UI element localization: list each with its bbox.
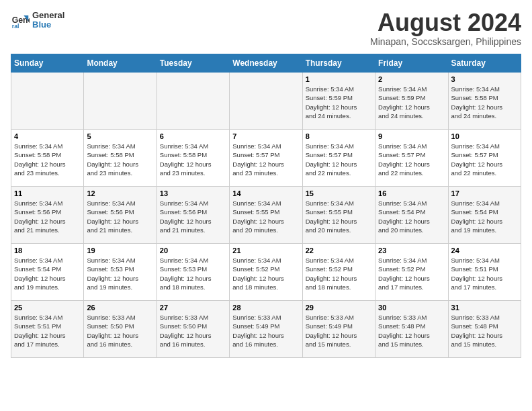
day-info: Sunrise: 5:33 AM Sunset: 5:50 PM Dayligh…: [160, 313, 226, 349]
day-number: 4: [14, 132, 81, 140]
day-number: 27: [160, 304, 226, 312]
calendar-cell: 29Sunrise: 5:33 AM Sunset: 5:49 PM Dayli…: [302, 301, 375, 358]
logo-line1: General: [32, 11, 64, 20]
header-cell-thursday: Thursday: [302, 54, 375, 73]
day-info: Sunrise: 5:34 AM Sunset: 5:53 PM Dayligh…: [87, 256, 153, 291]
day-number: 30: [378, 304, 445, 312]
day-number: 6: [160, 132, 226, 140]
calendar-cell: 10Sunrise: 5:34 AM Sunset: 5:57 PM Dayli…: [448, 130, 521, 187]
day-info: Sunrise: 5:34 AM Sunset: 5:56 PM Dayligh…: [160, 199, 226, 234]
header-cell-friday: Friday: [375, 54, 448, 73]
day-number: 28: [232, 304, 299, 312]
month-title: August 2024: [370, 11, 521, 35]
logo-line2: Blue: [32, 20, 64, 30]
day-info: Sunrise: 5:33 AM Sunset: 5:49 PM Dayligh…: [306, 313, 372, 349]
calendar-cell: 11Sunrise: 5:34 AM Sunset: 5:56 PM Dayli…: [11, 187, 84, 244]
day-info: Sunrise: 5:33 AM Sunset: 5:50 PM Dayligh…: [87, 313, 153, 349]
calendar-cell: 3Sunrise: 5:34 AM Sunset: 5:58 PM Daylig…: [448, 73, 521, 130]
calendar-cell: 16Sunrise: 5:34 AM Sunset: 5:54 PM Dayli…: [375, 187, 448, 244]
calendar-week-3: 11Sunrise: 5:34 AM Sunset: 5:56 PM Dayli…: [11, 187, 521, 244]
calendar-cell: 12Sunrise: 5:34 AM Sunset: 5:56 PM Dayli…: [84, 187, 157, 244]
day-number: 23: [378, 246, 445, 255]
calendar-cell: 8Sunrise: 5:34 AM Sunset: 5:57 PM Daylig…: [302, 130, 375, 187]
day-number: 26: [87, 304, 153, 312]
day-number: 25: [14, 304, 81, 312]
day-number: 17: [451, 189, 518, 197]
calendar-cell: 17Sunrise: 5:34 AM Sunset: 5:54 PM Dayli…: [448, 187, 521, 244]
day-info: Sunrise: 5:33 AM Sunset: 5:48 PM Dayligh…: [451, 313, 518, 349]
day-number: 2: [378, 75, 445, 83]
day-number: 10: [451, 132, 518, 140]
day-info: Sunrise: 5:33 AM Sunset: 5:49 PM Dayligh…: [232, 313, 299, 349]
title-block: August 2024 Minapan, Soccsksargen, Phili…: [370, 11, 521, 47]
day-number: 31: [451, 304, 518, 312]
day-number: 1: [306, 75, 372, 83]
calendar-cell: 28Sunrise: 5:33 AM Sunset: 5:49 PM Dayli…: [230, 301, 302, 358]
day-info: Sunrise: 5:34 AM Sunset: 5:52 PM Dayligh…: [306, 256, 372, 291]
calendar-cell: [230, 73, 302, 130]
calendar-cell: 20Sunrise: 5:34 AM Sunset: 5:53 PM Dayli…: [157, 244, 229, 301]
day-info: Sunrise: 5:34 AM Sunset: 5:57 PM Dayligh…: [306, 142, 372, 177]
day-number: 14: [232, 189, 299, 197]
day-number: 13: [160, 189, 226, 197]
calendar-cell: 25Sunrise: 5:34 AM Sunset: 5:51 PM Dayli…: [11, 301, 84, 358]
calendar-cell: 9Sunrise: 5:34 AM Sunset: 5:57 PM Daylig…: [375, 130, 448, 187]
calendar-cell: 18Sunrise: 5:34 AM Sunset: 5:54 PM Dayli…: [11, 244, 84, 301]
day-number: 7: [232, 132, 299, 140]
day-number: 22: [306, 246, 372, 255]
day-info: Sunrise: 5:34 AM Sunset: 5:58 PM Dayligh…: [160, 142, 226, 177]
calendar-cell: 24Sunrise: 5:34 AM Sunset: 5:51 PM Dayli…: [448, 244, 521, 301]
calendar-cell: 14Sunrise: 5:34 AM Sunset: 5:55 PM Dayli…: [230, 187, 302, 244]
calendar-cell: 2Sunrise: 5:34 AM Sunset: 5:59 PM Daylig…: [375, 73, 448, 130]
calendar-table: SundayMondayTuesdayWednesdayThursdayFrid…: [11, 54, 521, 358]
day-info: Sunrise: 5:34 AM Sunset: 5:56 PM Dayligh…: [14, 199, 81, 234]
day-number: 5: [87, 132, 153, 140]
header-cell-tuesday: Tuesday: [157, 54, 229, 73]
day-info: Sunrise: 5:34 AM Sunset: 5:51 PM Dayligh…: [14, 313, 81, 349]
day-info: Sunrise: 5:34 AM Sunset: 5:58 PM Dayligh…: [451, 85, 518, 120]
day-info: Sunrise: 5:34 AM Sunset: 5:51 PM Dayligh…: [451, 256, 518, 291]
calendar-cell: 1Sunrise: 5:34 AM Sunset: 5:59 PM Daylig…: [302, 73, 375, 130]
day-number: 15: [306, 189, 372, 197]
day-info: Sunrise: 5:34 AM Sunset: 5:54 PM Dayligh…: [451, 199, 518, 234]
calendar-cell: [11, 73, 84, 130]
page-header: Gene ral General Blue August 2024 Minapa…: [11, 11, 521, 47]
day-number: 21: [232, 246, 299, 255]
header-cell-monday: Monday: [84, 54, 157, 73]
header-cell-wednesday: Wednesday: [230, 54, 302, 73]
day-number: 18: [14, 246, 81, 255]
calendar-header: SundayMondayTuesdayWednesdayThursdayFrid…: [11, 54, 521, 73]
calendar-cell: 13Sunrise: 5:34 AM Sunset: 5:56 PM Dayli…: [157, 187, 229, 244]
logo-text: General Blue: [32, 11, 64, 30]
calendar-cell: 23Sunrise: 5:34 AM Sunset: 5:52 PM Dayli…: [375, 244, 448, 301]
calendar-cell: [84, 73, 157, 130]
calendar-cell: 26Sunrise: 5:33 AM Sunset: 5:50 PM Dayli…: [84, 301, 157, 358]
day-info: Sunrise: 5:34 AM Sunset: 5:55 PM Dayligh…: [232, 199, 299, 234]
day-info: Sunrise: 5:34 AM Sunset: 5:52 PM Dayligh…: [378, 256, 445, 291]
day-number: 29: [306, 304, 372, 312]
day-info: Sunrise: 5:34 AM Sunset: 5:56 PM Dayligh…: [87, 199, 153, 234]
day-info: Sunrise: 5:33 AM Sunset: 5:48 PM Dayligh…: [378, 313, 445, 349]
calendar-cell: 31Sunrise: 5:33 AM Sunset: 5:48 PM Dayli…: [448, 301, 521, 358]
day-info: Sunrise: 5:34 AM Sunset: 5:59 PM Dayligh…: [306, 85, 372, 120]
header-row: SundayMondayTuesdayWednesdayThursdayFrid…: [11, 54, 521, 73]
calendar-cell: 15Sunrise: 5:34 AM Sunset: 5:55 PM Dayli…: [302, 187, 375, 244]
logo: Gene ral General Blue: [11, 11, 64, 30]
day-number: 16: [378, 189, 445, 197]
day-number: 9: [378, 132, 445, 140]
calendar-week-1: 1Sunrise: 5:34 AM Sunset: 5:59 PM Daylig…: [11, 73, 521, 130]
day-info: Sunrise: 5:34 AM Sunset: 5:54 PM Dayligh…: [378, 199, 445, 234]
day-number: 20: [160, 246, 226, 255]
day-info: Sunrise: 5:34 AM Sunset: 5:54 PM Dayligh…: [14, 256, 81, 291]
day-number: 3: [451, 75, 518, 83]
calendar-cell: 5Sunrise: 5:34 AM Sunset: 5:58 PM Daylig…: [84, 130, 157, 187]
calendar-week-2: 4Sunrise: 5:34 AM Sunset: 5:58 PM Daylig…: [11, 130, 521, 187]
day-number: 8: [306, 132, 372, 140]
day-number: 12: [87, 189, 153, 197]
calendar-body: 1Sunrise: 5:34 AM Sunset: 5:59 PM Daylig…: [11, 73, 521, 358]
calendar-week-5: 25Sunrise: 5:34 AM Sunset: 5:51 PM Dayli…: [11, 301, 521, 358]
location: Minapan, Soccsksargen, Philippines: [370, 36, 521, 47]
calendar-cell: [157, 73, 229, 130]
day-info: Sunrise: 5:34 AM Sunset: 5:57 PM Dayligh…: [232, 142, 299, 177]
calendar-cell: 6Sunrise: 5:34 AM Sunset: 5:58 PM Daylig…: [157, 130, 229, 187]
